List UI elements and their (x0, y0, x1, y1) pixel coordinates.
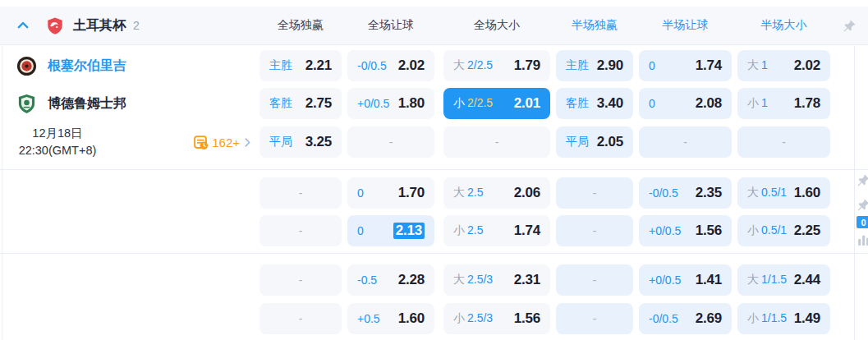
odds-cell[interactable]: 大2/2.51.79 (443, 50, 550, 81)
odds-cell[interactable]: 小2/2.52.01 (443, 88, 550, 119)
more-markets-count: 162+ (212, 136, 240, 149)
overunder-line: 2.5 (467, 223, 483, 237)
odds-cell[interactable]: +0.51.60 (347, 303, 434, 334)
odds-value: 2.75 (305, 95, 332, 112)
odds-cell[interactable]: 小0.5/12.25 (737, 215, 830, 246)
odds-cell[interactable]: 平局2.05 (556, 126, 633, 158)
away-team-row: 博德鲁姆士邦 客胜2.75+0/0.51.80小2/2.52.01客胜3.400… (0, 88, 868, 119)
odds-value: 2.02 (398, 57, 425, 74)
odds-cell-empty: - (259, 177, 342, 209)
odds-cell-empty: - (259, 264, 342, 296)
odds-cell[interactable]: 小2.5/31.56 (443, 303, 550, 334)
counter-badge[interactable]: 0 (857, 216, 868, 228)
odds-cell[interactable]: 大1/1.52.44 (737, 264, 830, 296)
odds-value: 2.01 (514, 95, 540, 112)
overunder-prefix: 大 (747, 273, 759, 286)
away-team-name[interactable]: 博德鲁姆士邦 (48, 95, 126, 113)
stats-bars-icon[interactable] (857, 233, 868, 250)
odds-cell[interactable]: -0.52.28 (347, 264, 434, 296)
odds-cell[interactable]: +0/0.51.41 (639, 264, 732, 296)
odds-cell[interactable]: 主胜2.21 (259, 50, 342, 81)
odds-value: 1.60 (398, 310, 425, 327)
home-team-row: 根塞尔伯里吉 主胜2.21-0/0.52.02大2/2.51.79主胜2.900… (0, 50, 868, 81)
odds-value: 1.49 (794, 310, 820, 327)
home-team-badge-icon (16, 56, 37, 76)
away-team-slot: 博德鲁姆士邦 (0, 88, 259, 119)
odds-cell[interactable]: +0/0.51.80 (347, 88, 434, 119)
left-divider (2, 46, 2, 340)
odds-cell[interactable]: +0/0.51.56 (639, 215, 732, 246)
odds-cell-empty: - (443, 126, 550, 158)
league-match-count: 2 (133, 19, 140, 32)
odds-cell[interactable]: 02.13 (347, 215, 434, 246)
overunder-line: 1/1.5 (761, 311, 787, 324)
odds-value: 1.80 (398, 95, 425, 112)
odds-cell[interactable]: 01.70 (347, 177, 434, 209)
odds-label: 0 (649, 59, 655, 72)
odds-cell[interactable]: 大2.52.06 (443, 177, 550, 209)
odds-label: -0/0.5 (357, 59, 387, 72)
odds-value: 2.21 (305, 57, 332, 74)
odds-cell[interactable]: 大12.02 (737, 50, 830, 81)
overunder-prefix: 小 (747, 96, 759, 109)
overunder-line: 2.5/3 (467, 273, 493, 286)
odds-cell[interactable]: -0/0.52.69 (639, 303, 732, 334)
odds-cell[interactable]: 平局3.25 (259, 126, 342, 158)
chevron-right-icon (242, 137, 253, 148)
alt-lines-section-2: --0.52.28大2.5/32.31-+0/0.51.41大1/1.52.44… (0, 254, 868, 334)
odds-value: 2.02 (794, 57, 820, 74)
overunder-line: 2/2.5 (467, 58, 493, 71)
odds-cell-empty: - (556, 177, 633, 209)
pin-icon[interactable] (857, 173, 868, 191)
odds-cell-empty: - (556, 215, 633, 246)
header-gutter (830, 19, 868, 33)
odds-value: 3.25 (305, 134, 332, 150)
league-logo-icon (46, 16, 64, 35)
pin-icon[interactable] (857, 198, 868, 215)
home-team-name[interactable]: 根塞尔伯里吉 (48, 57, 126, 75)
odds-label: 平局 (566, 135, 589, 149)
odds-panel: 土耳其杯 2 全场独赢 全场让球 全场大小 半场独赢 半场让球 半场大小 (0, 0, 868, 340)
odds-value: 2.90 (597, 57, 623, 74)
odds-cell-empty: - (259, 303, 342, 334)
odds-label: 客胜 (566, 96, 589, 111)
column-header-ht-1x2: 半场独赢 (556, 18, 633, 33)
odds-cell[interactable]: 小2.51.74 (443, 215, 550, 246)
odds-label: 0 (357, 186, 364, 200)
empty-slot (0, 215, 259, 246)
more-markets-link[interactable]: 162+ (193, 135, 253, 150)
odds-label: 客胜 (269, 96, 292, 111)
alt-odds-cells: --0.52.28大2.5/32.31-+0/0.51.41大1/1.52.44 (259, 264, 830, 296)
pin-icon[interactable] (843, 19, 857, 33)
odds-label: +0.5 (357, 312, 380, 325)
alt-odds-cells: -+0.51.60小2.5/31.56--0/0.52.69小1/1.51.49 (259, 303, 830, 334)
odds-cell[interactable]: 客胜2.75 (259, 88, 342, 119)
overunder-prefix: 小 (747, 223, 759, 237)
odds-label: 0 (357, 224, 364, 237)
match-datetime: 12月18日 22:30(GMT+8) (4, 125, 111, 159)
collapse-chevron-up-icon[interactable] (16, 18, 30, 33)
odds-value: 3.40 (597, 95, 623, 112)
odds-cell[interactable]: 大2.5/32.31 (443, 264, 550, 296)
odds-cell-empty: - (259, 215, 342, 246)
match-time: 22:30(GMT+8) (4, 142, 111, 159)
odds-cell[interactable]: -0/0.52.35 (639, 177, 732, 209)
odds-value: 1.74 (514, 223, 540, 239)
odds-label: -0/0.5 (649, 186, 678, 200)
odds-cell[interactable]: -0/0.52.02 (347, 50, 434, 81)
odds-value: 2.28 (398, 272, 425, 288)
odds-cell[interactable]: 01.74 (639, 50, 732, 81)
overunder-line: 2.5/3 (467, 311, 493, 324)
odds-cell[interactable]: 小1/1.51.49 (737, 303, 830, 334)
odds-cell[interactable]: 客胜3.40 (556, 88, 633, 119)
right-divider (854, 46, 855, 340)
odds-label: 大2/2.5 (453, 58, 493, 73)
overunder-prefix: 大 (747, 58, 759, 71)
odds-label: -0.5 (357, 273, 377, 287)
odds-cell[interactable]: 小11.78 (737, 88, 830, 119)
odds-cell[interactable]: 02.08 (639, 88, 732, 119)
odds-value: 1.78 (794, 95, 820, 112)
odds-cell[interactable]: 主胜2.90 (556, 50, 633, 81)
odds-cell[interactable]: 大0.5/11.60 (737, 177, 830, 209)
odds-value: 1.70 (398, 185, 425, 201)
